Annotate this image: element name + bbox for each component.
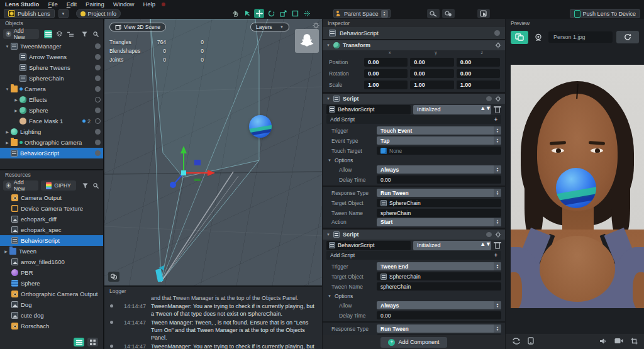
enabled-toggle[interactable] (95, 97, 101, 102)
expand-icon[interactable]: ▶ (4, 140, 11, 145)
tree-item-tweenmanager[interactable]: ▼TweenManager (0, 41, 103, 52)
record-icon[interactable] (442, 9, 455, 18)
options-group[interactable]: ▼Options (323, 292, 353, 300)
move-tool-icon[interactable] (254, 9, 264, 18)
transform-header[interactable]: ▼ Transform (323, 40, 505, 50)
audio-icon[interactable] (599, 338, 607, 346)
options-group[interactable]: ▼Options (323, 156, 353, 164)
tween-name-field[interactable]: sphereChain (377, 209, 501, 217)
tree-item-orthographic-camera[interactable]: ▶Orthographic Camera (0, 137, 103, 148)
resource-echopark-spec[interactable]: echopark_spec (0, 224, 103, 235)
search-icon[interactable] (92, 30, 100, 38)
script-state-dropdown[interactable]: Initialized▲▼ (413, 241, 491, 250)
push-lens-to-device-button[interactable]: Push Lens To Device (570, 9, 640, 18)
hierarchy-view-icon[interactable] (66, 30, 74, 38)
scene-viewport[interactable]: View 2D Scene Layers ▼ Triangles7640 Ble… (104, 19, 322, 286)
enabled-toggle[interactable] (95, 108, 101, 113)
delay-time-field[interactable]: 0.00 (377, 175, 501, 184)
publish-lens-button[interactable]: Publish Lens (4, 9, 55, 18)
enabled-toggle[interactable] (95, 43, 101, 49)
rotate-device-icon[interactable] (527, 337, 535, 346)
webcam-mode-button[interactable] (532, 31, 545, 44)
enabled-toggle[interactable] (486, 232, 492, 237)
video-record-icon[interactable] (614, 338, 623, 346)
add-script-row[interactable]: Add Script + (326, 115, 501, 124)
script-asset-field[interactable]: BehaviorScript (326, 241, 411, 250)
position-y-field[interactable]: 0.00 (410, 58, 453, 67)
pan-tool-icon[interactable] (230, 9, 240, 18)
collapse-icon[interactable]: ▼ (326, 43, 330, 47)
resource-dog[interactable]: Dog (0, 299, 103, 310)
screenshot-icon[interactable] (427, 9, 440, 18)
select-tool-icon[interactable] (242, 9, 252, 18)
scene-sphere[interactable] (249, 115, 272, 138)
scale-y-field[interactable]: 1.00 (410, 80, 453, 89)
trash-icon[interactable] (494, 106, 501, 113)
filter-icon[interactable] (81, 182, 89, 190)
resource-cute-dog[interactable]: cute dog (0, 310, 103, 321)
enabled-toggle[interactable] (494, 30, 500, 36)
menu-pairing[interactable]: Pairing (86, 1, 104, 8)
response-type-dropdown[interactable]: Run Tween▲▼ (377, 324, 501, 333)
image-preview-mode-button[interactable] (511, 31, 528, 44)
resource-behaviorscript[interactable]: BehaviorScript (0, 235, 103, 246)
trigger-dropdown[interactable]: Touch Event▲▼ (377, 126, 501, 135)
tree-item-spherechain[interactable]: SphereChain (0, 73, 103, 84)
collapse-icon[interactable]: ▼ (4, 45, 11, 48)
add-component-button[interactable]: + Add Component (380, 337, 447, 348)
resource-ortho-camera-output[interactable]: Orthographic Camera Output (0, 289, 103, 299)
rotation-z-field[interactable]: 0.00 (457, 69, 500, 78)
script-header[interactable]: ▼ Script (323, 230, 505, 240)
resource-tween-folder[interactable]: ▶Tween (0, 246, 103, 257)
position-z-field[interactable]: 0.00 (457, 58, 500, 67)
search-icon[interactable] (92, 182, 100, 190)
gear-icon[interactable] (495, 231, 501, 238)
scale-z-field[interactable]: 1.00 (457, 80, 500, 89)
resource-pbr[interactable]: PBR (0, 267, 103, 278)
project-info-button[interactable]: Project Info (76, 9, 121, 18)
reset-preview-button[interactable] (616, 31, 639, 43)
script-state-dropdown[interactable]: Initialized▲▼ (413, 105, 491, 114)
view-2d-scene-button[interactable]: View 2D Scene (109, 23, 166, 31)
enabled-toggle[interactable] (95, 65, 101, 70)
parent-space-dropdown[interactable]: Parent Space ▲▼ (333, 9, 391, 18)
trigger-dropdown[interactable]: Tween End▲▼ (377, 262, 501, 270)
add-script-row[interactable]: Add Script + (326, 251, 501, 260)
position-x-field[interactable]: 0.00 (364, 58, 408, 67)
tween-name-field[interactable]: sphereChain (377, 282, 501, 291)
enabled-toggle[interactable] (95, 140, 101, 145)
event-type-dropdown[interactable]: Tap▲▼ (377, 136, 501, 145)
resource-rorschach[interactable]: Rorschach (0, 321, 103, 331)
resources-add-new-button[interactable]: + Add New (3, 180, 38, 191)
preview-image[interactable] (511, 65, 644, 308)
allow-dropdown[interactable]: Always▲▼ (377, 165, 501, 174)
menu-window[interactable]: Window (113, 1, 135, 8)
delay-time-field[interactable]: 0.00 (377, 311, 501, 319)
grid-view-icon[interactable] (87, 338, 98, 346)
list-view-icon[interactable] (74, 338, 84, 346)
tree-item-arrow-tweens[interactable]: Arrow Tweens (0, 52, 103, 62)
enabled-toggle[interactable] (95, 86, 101, 92)
expand-icon[interactable]: ▶ (13, 108, 19, 113)
preview-source-dropdown[interactable]: Person 1.jpg (548, 31, 613, 43)
publish-dropdown-button[interactable]: ▼ (58, 9, 69, 18)
resource-sphere-mesh[interactable]: Sphere (0, 278, 103, 289)
trash-icon[interactable] (494, 241, 501, 249)
list-view-icon[interactable] (44, 30, 52, 38)
rotation-y-field[interactable]: 0.00 (410, 69, 453, 78)
allow-dropdown[interactable]: Always▲▼ (377, 301, 501, 309)
resource-echopark-diff[interactable]: echopark_diff (0, 214, 103, 224)
interaction-preview-icon[interactable] (477, 9, 490, 18)
gear-icon[interactable] (313, 22, 319, 29)
snapshot-crop-icon[interactable] (631, 338, 638, 346)
camera-toggle-button[interactable] (108, 272, 119, 282)
expand-icon[interactable]: ▶ (13, 97, 19, 102)
enabled-toggle[interactable] (95, 75, 101, 81)
collapse-icon[interactable]: ▼ (326, 233, 330, 236)
loop-playback-icon[interactable] (512, 338, 521, 346)
enabled-toggle[interactable] (95, 118, 101, 124)
region-tool-icon[interactable] (290, 9, 300, 18)
target-object-field[interactable]: SphereChain (377, 199, 501, 207)
menu-help[interactable]: Help (143, 1, 155, 8)
resource-device-camera-texture[interactable]: Device Camera Texture (0, 203, 103, 214)
